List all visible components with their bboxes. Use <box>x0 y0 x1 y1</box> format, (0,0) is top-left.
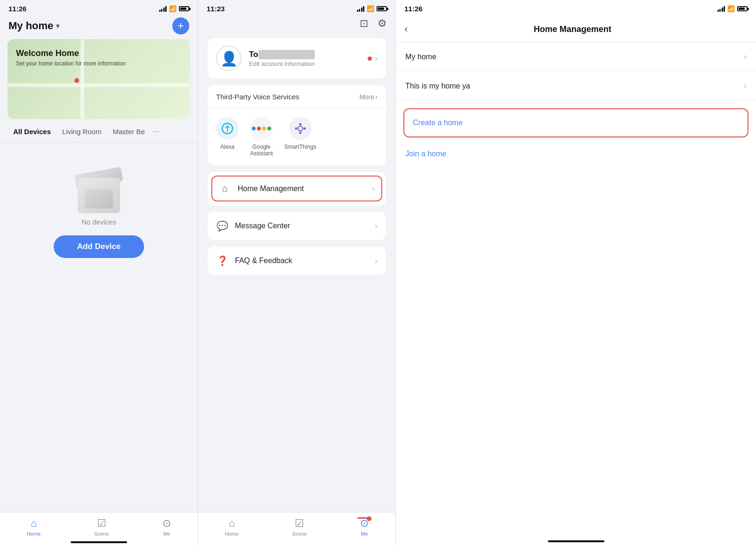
time-3: 11:26 <box>404 5 422 13</box>
tab-master-be[interactable]: Master Be <box>107 126 150 137</box>
alexa-service[interactable]: Alexa <box>216 117 239 157</box>
wifi-icon-3: 📶 <box>727 5 735 12</box>
nav-home-1[interactable]: ⌂ Home <box>27 517 40 537</box>
google-icon <box>250 117 273 140</box>
status-icons-1: 📶 <box>159 5 190 12</box>
me-content: 👤 To██████████ Edit account information … <box>198 33 395 329</box>
status-icons-3: 📶 <box>717 5 748 12</box>
nav-me-2[interactable]: ⊙ Me <box>360 517 369 537</box>
google-assistant-service[interactable]: GoogleAssistant <box>250 117 273 157</box>
home-management-title: Home Management <box>413 24 732 34</box>
smartthings-service[interactable]: SmartThings <box>284 117 316 157</box>
signal-icon-1 <box>159 6 167 12</box>
map-location-dot <box>74 78 79 83</box>
scene-nav-icon-1: ☑ <box>97 517 106 530</box>
google-assistant-label: GoogleAssistant <box>250 144 273 157</box>
faq-chevron: › <box>375 256 378 266</box>
map-title: Welcome Home <box>16 48 126 58</box>
message-center-item[interactable]: 💬 Message Center › <box>208 212 386 240</box>
settings-gear-icon[interactable]: ⚙ <box>378 17 387 30</box>
home-management-label: Home Management <box>238 185 365 193</box>
smartthings-label: SmartThings <box>284 144 316 150</box>
profile-card: 👤 To██████████ Edit account information … <box>208 38 386 79</box>
message-center-chevron: › <box>375 221 378 231</box>
svg-point-5 <box>303 128 306 130</box>
home-nav-icon-1: ⌂ <box>31 517 37 530</box>
svg-point-1 <box>298 126 303 131</box>
home-title-row[interactable]: My home ▾ <box>8 20 59 32</box>
create-home-button[interactable]: Create a home <box>403 108 748 137</box>
signal-icon-2 <box>357 6 365 12</box>
battery-icon-2 <box>377 6 387 11</box>
my-home-chevron: › <box>744 52 747 62</box>
smartthings-icon <box>289 117 312 140</box>
notification-dot <box>368 56 372 61</box>
avatar-icon: 👤 <box>220 50 238 67</box>
add-device-button[interactable]: Add Device <box>54 235 145 258</box>
tab-more-icon[interactable]: ··· <box>153 127 160 136</box>
blurred-username: ██████████ <box>258 50 315 59</box>
empty-box-icon <box>73 171 125 213</box>
add-button[interactable]: + <box>172 17 189 34</box>
wifi-icon-1: 📶 <box>169 5 177 12</box>
nav-me-1[interactable]: ⊙ Me <box>162 517 171 537</box>
back-button[interactable]: ‹ <box>404 23 408 35</box>
profile-arrow: › <box>368 54 378 64</box>
more-link[interactable]: More › <box>359 93 378 101</box>
message-center-label: Message Center <box>235 222 368 230</box>
map-subtitle: Set your home location for more informat… <box>16 60 126 67</box>
nav-scene-2[interactable]: ☑ Scene <box>292 517 307 537</box>
create-home-label: Create a home <box>413 119 463 127</box>
map-road-horizontal <box>8 83 190 87</box>
signal-icon-3 <box>717 6 725 12</box>
panel-me-screen: 11:23 📶 ⊡ ⚙ 👤 <box>198 0 395 546</box>
home-indicator-1 <box>71 541 127 543</box>
voice-services-title: Third-Party Voice Services <box>216 93 299 101</box>
avatar: 👤 <box>216 46 241 71</box>
voice-services-card: Third-Party Voice Services More › Alexa <box>208 85 386 165</box>
status-bar-1: 11:26 📶 <box>0 0 198 16</box>
home-list-item-this-is-my-home[interactable]: This is my home ya › <box>396 72 756 101</box>
profile-name: To██████████ <box>249 50 360 59</box>
no-devices-area: No devices Add Device <box>0 143 198 267</box>
nav-home-2[interactable]: ⌂ Home <box>225 517 239 537</box>
home-management-chevron: › <box>372 184 375 193</box>
this-home-chevron: › <box>744 81 747 91</box>
join-home-button[interactable]: Join a home <box>396 145 756 168</box>
home-list-item-my-home[interactable]: My home › <box>396 42 756 72</box>
faq-item[interactable]: ❓ FAQ & Feedback › <box>208 247 386 275</box>
more-chevron-icon: › <box>375 93 378 101</box>
status-icons-2: 📶 <box>357 5 387 12</box>
chevron-right-icon: › <box>375 54 378 64</box>
map-text: Welcome Home Set your home location for … <box>16 48 126 67</box>
device-tabs: All Devices Living Room Master Be ··· <box>0 126 198 143</box>
time-1: 11:26 <box>8 5 26 13</box>
panel-home-screen: 11:26 📶 My home ▾ + Welcome Home <box>0 0 198 546</box>
home-name: My home <box>8 20 53 32</box>
message-center-icon: 💬 <box>216 220 228 232</box>
split-screen-icon[interactable]: ⊡ <box>360 17 368 30</box>
battery-icon-1 <box>179 6 189 11</box>
tab-living-room[interactable]: Living Room <box>56 126 107 137</box>
profile-row[interactable]: 👤 To██████████ Edit account information … <box>208 38 386 79</box>
no-devices-label: No devices <box>81 218 116 226</box>
faq-icon: ❓ <box>216 255 228 266</box>
tab-all-devices[interactable]: All Devices <box>8 126 56 137</box>
home-indicator-3 <box>548 540 604 542</box>
nav-scene-label-1: Scene <box>94 531 109 537</box>
box-inner <box>85 190 113 209</box>
nav-scene-1[interactable]: ☑ Scene <box>94 517 109 537</box>
voice-services-header: Third-Party Voice Services More › <box>208 85 386 109</box>
scene-nav-icon-2: ☑ <box>295 517 304 530</box>
active-underline <box>357 517 371 519</box>
svg-point-4 <box>295 128 297 130</box>
battery-icon-3 <box>737 6 748 11</box>
home-management-header: ‹ Home Management <box>396 16 756 42</box>
voice-services-list: Alexa GoogleAssistant <box>208 109 386 165</box>
nav-home-label-1: Home <box>27 531 40 537</box>
home-management-icon: ⌂ <box>219 183 231 194</box>
home-management-item[interactable]: ⌂ Home Management › <box>211 176 382 201</box>
home-header: My home ▾ + <box>0 16 198 39</box>
map-card: Welcome Home Set your home location for … <box>8 39 190 119</box>
profile-sub: Edit account information <box>249 60 360 67</box>
